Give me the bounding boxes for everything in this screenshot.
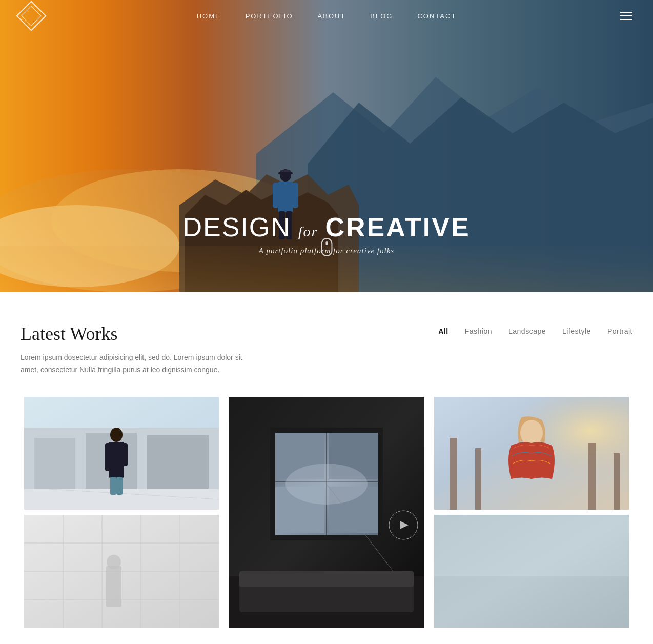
hero-section: DESIGN for CREATIVE A portfolio platform… <box>0 0 653 292</box>
svg-point-20 <box>110 428 123 442</box>
scroll-dot <box>325 241 328 245</box>
section-left: Latest Works Lorem ipsum dosectetur adip… <box>21 323 251 376</box>
gallery-item-2[interactable] <box>226 397 427 630</box>
svg-rect-21 <box>109 442 124 478</box>
scroll-indicator[interactable] <box>321 238 332 256</box>
svg-rect-8 <box>273 183 279 208</box>
nav-contact[interactable]: CONTACT <box>417 12 456 20</box>
gallery-item-5[interactable] <box>431 515 632 630</box>
hero-title-for: for <box>298 224 318 240</box>
svg-point-61 <box>107 555 121 569</box>
svg-rect-25 <box>116 477 123 495</box>
gallery-item-1[interactable] <box>21 397 222 512</box>
gallery-img-2 <box>226 397 427 628</box>
svg-rect-63 <box>434 515 629 576</box>
filter-portrait[interactable]: Portrait <box>607 327 632 335</box>
gallery-img-1 <box>21 397 222 510</box>
svg-rect-60 <box>106 566 121 607</box>
svg-rect-31 <box>378 428 383 540</box>
filter-lifestyle[interactable]: Lifestyle <box>562 327 591 335</box>
svg-rect-41 <box>239 571 414 587</box>
svg-point-51 <box>520 420 543 446</box>
nav-home[interactable]: HOME <box>197 12 221 20</box>
hero-title-design: DESIGN <box>182 212 291 243</box>
svg-rect-9 <box>292 183 298 208</box>
hamburger-menu[interactable] <box>620 12 632 20</box>
svg-rect-48 <box>475 448 481 510</box>
logo-inner-diamond <box>21 6 42 26</box>
gallery-item-4[interactable] <box>21 515 222 630</box>
svg-rect-17 <box>147 435 209 489</box>
svg-rect-22 <box>105 443 110 471</box>
section-title: Latest Works <box>21 323 251 345</box>
hamburger-line-3 <box>620 19 632 20</box>
nav-blog[interactable]: BLOG <box>370 12 393 20</box>
svg-rect-50 <box>614 453 620 510</box>
gallery-img-4 <box>21 515 222 628</box>
svg-rect-7 <box>278 182 293 212</box>
svg-rect-64 <box>434 576 629 628</box>
svg-rect-23 <box>123 443 128 466</box>
gallery-img-5 <box>431 515 632 628</box>
gallery-grid <box>21 397 632 630</box>
hamburger-line-1 <box>620 12 632 13</box>
main-content: Latest Works Lorem ipsum dosectetur adip… <box>0 292 653 644</box>
svg-rect-47 <box>450 438 457 510</box>
gallery-item-3[interactable] <box>431 397 632 512</box>
svg-rect-49 <box>588 443 596 510</box>
filter-all[interactable]: All <box>438 327 448 335</box>
svg-rect-30 <box>270 428 275 540</box>
section-header: Latest Works Lorem ipsum dosectetur adip… <box>21 323 632 376</box>
gallery-img-3 <box>431 397 632 510</box>
nav-about[interactable]: ABOUT <box>318 12 346 20</box>
svg-rect-24 <box>110 477 116 495</box>
main-nav: HOME PORTFOLIO ABOUT BLOG CONTACT <box>197 12 457 20</box>
svg-rect-6 <box>278 172 293 174</box>
header: HOME PORTFOLIO ABOUT BLOG CONTACT <box>0 0 653 32</box>
section-description: Lorem ipsum dosectetur adipisicing elit,… <box>21 352 251 376</box>
hamburger-line-2 <box>620 15 632 16</box>
filter-tabs: All Fashion Landscape Lifestyle Portrait <box>438 323 632 335</box>
svg-rect-15 <box>34 438 75 489</box>
hero-content: DESIGN for CREATIVE A portfolio platform… <box>182 212 470 261</box>
logo-icon[interactable] <box>16 1 46 31</box>
filter-fashion[interactable]: Fashion <box>465 327 492 335</box>
nav-portfolio[interactable]: PORTFOLIO <box>246 12 293 20</box>
hero-title-creative: CREATIVE <box>325 212 471 243</box>
filter-landscape[interactable]: Landscape <box>508 327 546 335</box>
